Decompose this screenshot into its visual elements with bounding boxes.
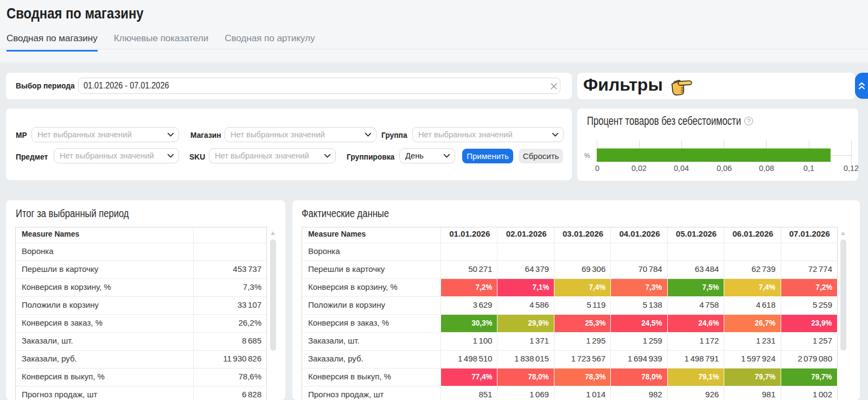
svg-text:%: %	[584, 152, 590, 160]
svg-text:0,06: 0,06	[717, 164, 732, 173]
svg-text:0,12: 0,12	[844, 164, 858, 173]
svg-text:0: 0	[595, 164, 599, 173]
svg-text:0,08: 0,08	[759, 164, 774, 173]
svg-text:0,02: 0,02	[631, 164, 647, 173]
svg-text:0,04: 0,04	[674, 164, 689, 173]
svg-text:0,1: 0,1	[803, 164, 814, 173]
